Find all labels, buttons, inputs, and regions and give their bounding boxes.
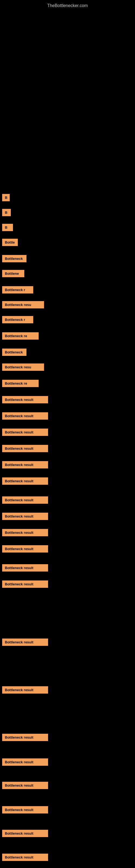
bottleneck-label-32: Bottleneck result xyxy=(2,830,48,837)
bottleneck-label-23: Bottleneck result xyxy=(2,545,48,553)
bottleneck-label-15: Bottleneck result xyxy=(2,412,48,420)
bottleneck-item-32[interactable]: Bottleneck result xyxy=(2,830,48,837)
bottleneck-item-24[interactable]: Bottleneck result xyxy=(2,564,48,571)
bottleneck-item-17[interactable]: Bottleneck result xyxy=(2,445,48,452)
bottleneck-label-2: B xyxy=(2,209,11,216)
bottleneck-item-25[interactable]: Bottleneck result xyxy=(2,581,48,588)
bottleneck-item-7[interactable]: Bottleneck r xyxy=(2,286,33,293)
bottleneck-item-12[interactable]: Bottleneck resu xyxy=(2,364,44,371)
bottleneck-label-1: B xyxy=(2,194,10,201)
bottleneck-item-33[interactable]: Bottleneck result xyxy=(2,854,48,861)
bottleneck-item-14[interactable]: Bottleneck result xyxy=(2,396,48,403)
bottleneck-item-22[interactable]: Bottleneck result xyxy=(2,529,48,536)
bottleneck-label-29: Bottleneck result xyxy=(2,758,48,766)
bottleneck-label-14: Bottleneck result xyxy=(2,396,48,403)
bottleneck-label-31: Bottleneck result xyxy=(2,806,48,813)
bottleneck-label-25: Bottleneck result xyxy=(2,581,48,588)
bottleneck-item-2[interactable]: B xyxy=(2,209,11,216)
bottleneck-label-21: Bottleneck result xyxy=(2,513,48,520)
bottleneck-label-17: Bottleneck result xyxy=(2,445,48,452)
bottleneck-label-4: Bottle xyxy=(2,239,18,246)
bottleneck-label-19: Bottleneck result xyxy=(2,477,48,485)
bottleneck-item-8[interactable]: Bottleneck resu xyxy=(2,301,44,308)
bottleneck-label-13: Bottleneck re xyxy=(2,380,39,387)
bottleneck-item-18[interactable]: Bottleneck result xyxy=(2,461,48,468)
bottleneck-label-5: Bottleneck xyxy=(2,255,27,262)
bottleneck-label-18: Bottleneck result xyxy=(2,461,48,468)
bottleneck-label-12: Bottleneck resu xyxy=(2,364,44,371)
site-title: TheBottlenecker.com xyxy=(0,0,135,10)
bottleneck-label-3: B xyxy=(2,224,13,231)
bottleneck-item-6[interactable]: Bottlene xyxy=(2,270,24,277)
bottleneck-item-11[interactable]: Bottleneck xyxy=(2,348,27,356)
bottleneck-label-7: Bottleneck r xyxy=(2,286,33,293)
bottleneck-item-5[interactable]: Bottleneck xyxy=(2,255,27,262)
bottleneck-label-11: Bottleneck xyxy=(2,348,27,356)
bottleneck-label-27: Bottleneck result xyxy=(2,686,48,693)
page-container: TheBottlenecker.com xyxy=(0,0,135,10)
bottleneck-item-28[interactable]: Bottleneck result xyxy=(2,734,48,741)
bottleneck-item-19[interactable]: Bottleneck result xyxy=(2,477,48,485)
bottleneck-item-31[interactable]: Bottleneck result xyxy=(2,806,48,813)
bottleneck-label-9: Bottleneck r xyxy=(2,316,33,323)
bottleneck-item-9[interactable]: Bottleneck r xyxy=(2,316,33,323)
bottleneck-item-10[interactable]: Bottleneck re xyxy=(2,332,39,340)
bottleneck-item-13[interactable]: Bottleneck re xyxy=(2,380,39,387)
bottleneck-label-8: Bottleneck resu xyxy=(2,301,44,308)
bottleneck-item-23[interactable]: Bottleneck result xyxy=(2,545,48,553)
bottleneck-label-20: Bottleneck result xyxy=(2,496,48,504)
bottleneck-item-16[interactable]: Bottleneck result xyxy=(2,429,48,436)
bottleneck-item-15[interactable]: Bottleneck result xyxy=(2,412,48,420)
bottleneck-item-3[interactable]: B xyxy=(2,224,13,231)
site-header: TheBottlenecker.com xyxy=(0,0,135,10)
bottleneck-item-27[interactable]: Bottleneck result xyxy=(2,686,48,693)
bottleneck-item-30[interactable]: Bottleneck result xyxy=(2,782,48,789)
bottleneck-item-21[interactable]: Bottleneck result xyxy=(2,513,48,520)
bottleneck-label-10: Bottleneck re xyxy=(2,332,39,340)
bottleneck-item-20[interactable]: Bottleneck result xyxy=(2,496,48,504)
bottleneck-label-24: Bottleneck result xyxy=(2,564,48,571)
bottleneck-label-16: Bottleneck result xyxy=(2,429,48,436)
bottleneck-label-6: Bottlene xyxy=(2,270,24,277)
bottleneck-label-33: Bottleneck result xyxy=(2,854,48,861)
bottleneck-label-30: Bottleneck result xyxy=(2,782,48,789)
bottleneck-item-29[interactable]: Bottleneck result xyxy=(2,758,48,766)
bottleneck-item-26[interactable]: Bottleneck result xyxy=(2,639,48,646)
bottleneck-item-1[interactable]: B xyxy=(2,194,10,201)
bottleneck-item-4[interactable]: Bottle xyxy=(2,239,18,246)
bottleneck-label-22: Bottleneck result xyxy=(2,529,48,536)
bottleneck-label-26: Bottleneck result xyxy=(2,639,48,646)
bottleneck-label-28: Bottleneck result xyxy=(2,734,48,741)
